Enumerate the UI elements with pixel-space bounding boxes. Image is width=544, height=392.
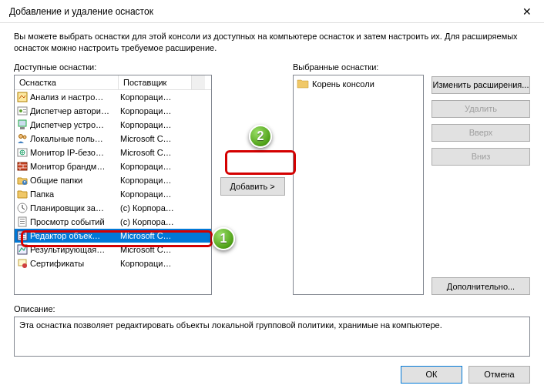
svg-rect-21 [23, 233, 25, 235]
svg-rect-17 [20, 221, 25, 222]
titlebar: Добавление и удаление оснасток ✕ [0, 0, 544, 23]
selected-label: Выбранные оснастки: [293, 62, 424, 72]
list-item[interactable]: Редактор объек…Microsoft C… [15, 229, 211, 243]
available-label: Доступные оснастки: [14, 62, 212, 72]
up-button[interactable]: Вверх [432, 124, 530, 142]
add-button[interactable]: Добавить > [220, 177, 285, 196]
list-item[interactable]: Результирующая…Microsoft C… [15, 243, 211, 256]
svg-rect-3 [23, 109, 26, 110]
list-item[interactable]: Общие папкиКорпораци… [15, 173, 211, 187]
list-item-name-cell: Анализ и настро… [15, 91, 119, 103]
list-item-name-cell: Общие папки [15, 174, 119, 186]
col-header-name[interactable]: Оснастка [15, 75, 119, 89]
close-button[interactable]: ✕ [509, 0, 544, 23]
svg-rect-16 [20, 219, 25, 219]
list-item[interactable]: СертификатыКорпораци… [15, 256, 211, 270]
list-item[interactable]: Монитор IP-безо…Microsoft C… [15, 146, 211, 159]
list-item-vendor-cell: Корпораци… [119, 176, 192, 185]
list-item-vendor-cell: Корпораци… [119, 259, 192, 268]
svg-rect-5 [18, 120, 26, 126]
list-item-name-cell: Результирующая… [15, 243, 119, 256]
svg-rect-24 [18, 245, 27, 254]
list-item[interactable]: Локальные поль…Microsoft C… [15, 132, 211, 146]
remove-button[interactable]: Удалить [432, 100, 530, 118]
col-header-vendor[interactable]: Поставщик [119, 75, 192, 89]
intro-text: Вы можете выбрать оснастки для этой конс… [14, 31, 530, 55]
footer: ОК Отмена [0, 357, 544, 392]
scrollbar[interactable] [192, 75, 205, 89]
svg-point-8 [23, 136, 26, 139]
middle-panel: Добавить > [212, 62, 293, 295]
edit-extensions-button[interactable]: Изменить расширения... [432, 76, 530, 94]
svg-rect-4 [23, 112, 26, 112]
close-icon: ✕ [522, 5, 532, 18]
callout-2: 2 [249, 125, 272, 148]
main-row: Доступные оснастки: Оснастка Поставщик А… [14, 62, 530, 295]
svg-rect-0 [18, 92, 27, 102]
svg-rect-18 [20, 223, 25, 224]
folder-icon [297, 78, 309, 90]
description-section: Описание: Эта оснастка позволяет редакти… [14, 304, 530, 357]
svg-rect-11 [18, 162, 27, 170]
svg-point-2 [19, 109, 22, 112]
advanced-button[interactable]: Дополнительно... [432, 277, 530, 295]
available-listview[interactable]: Оснастка Поставщик Анализ и настро…Корпо… [14, 75, 212, 295]
list-item[interactable]: Планировщик за…(с) Корпора… [15, 201, 211, 215]
svg-point-13 [24, 181, 25, 183]
list-item-vendor-cell: Корпораци… [119, 92, 192, 102]
list-item-vendor-cell: Microsoft C… [119, 148, 192, 157]
right-panel: Выбранные оснастки: Корень консоли Измен… [293, 62, 530, 295]
description-box: Эта оснастка позволяет редактировать объ… [14, 317, 530, 357]
svg-rect-6 [20, 127, 25, 129]
list-item[interactable]: Диспетчер устро…Корпораци… [15, 118, 211, 132]
list-item-vendor-cell: Корпораци… [119, 120, 192, 129]
list-item-name-cell: Редактор объек… [15, 230, 119, 242]
list-item[interactable]: Монитор брандм…Корпораци… [15, 159, 211, 173]
list-item-vendor-cell: Microsoft C… [119, 134, 192, 143]
svg-point-7 [19, 134, 23, 138]
list-item-name-cell: Сертификаты [15, 257, 119, 270]
list-item-vendor-cell: (с) Корпора… [119, 203, 192, 213]
list-item[interactable]: Диспетчер автори…Корпораци… [15, 104, 211, 118]
list-item-name-cell: Папка [15, 188, 119, 200]
list-item-vendor-cell: Корпораци… [119, 106, 192, 116]
list-item-name-cell: Диспетчер автори… [15, 105, 119, 117]
cancel-button[interactable]: Отмена [468, 366, 530, 384]
content-area: Вы можете выбрать оснастки для этой конс… [0, 23, 544, 357]
list-item-vendor-cell: Microsoft C… [119, 231, 192, 240]
list-item-vendor-cell: Корпораци… [119, 162, 192, 171]
list-item[interactable]: ПапкаКорпораци… [15, 187, 211, 201]
selected-panel: Выбранные оснастки: Корень консоли [293, 62, 424, 295]
ok-button[interactable]: ОК [401, 366, 462, 384]
list-item-name-cell: Монитор брандм… [15, 160, 119, 173]
dialog-window: Добавление и удаление оснасток ✕ Вы може… [0, 0, 544, 392]
list-item-name-cell: Планировщик за… [15, 202, 119, 214]
list-item-name-cell: Локальные поль… [15, 132, 119, 145]
list-item[interactable]: Анализ и настро…Корпораци… [15, 90, 211, 104]
list-item-vendor-cell: (с) Корпора… [119, 217, 192, 226]
description-label: Описание: [14, 304, 530, 313]
list-item-name-cell: Диспетчер устро… [15, 119, 119, 131]
listview-header: Оснастка Поставщик [15, 75, 211, 90]
callout-1: 1 [212, 227, 235, 250]
list-item-vendor-cell: Microsoft C… [119, 245, 192, 254]
svg-rect-19 [18, 231, 27, 240]
selected-treeview[interactable]: Корень консоли [293, 75, 424, 295]
tree-root-label: Корень консоли [312, 79, 374, 89]
svg-rect-20 [19, 233, 22, 235]
list-item[interactable]: Просмотр событий(с) Корпора… [15, 215, 211, 229]
list-item-name-cell: Монитор IP-безо… [15, 146, 119, 159]
list-item-name-cell: Просмотр событий [15, 216, 119, 228]
svg-rect-22 [19, 236, 25, 237]
tree-root-item[interactable]: Корень консоли [295, 77, 421, 91]
window-title: Добавление и удаление оснасток [9, 6, 509, 17]
available-panel: Доступные оснастки: Оснастка Поставщик А… [14, 62, 212, 295]
list-item-vendor-cell: Корпораци… [119, 189, 192, 199]
down-button[interactable]: Вниз [432, 148, 530, 166]
side-buttons-panel: Изменить расширения... Удалить Вверх Вни… [432, 62, 530, 295]
svg-rect-23 [19, 238, 25, 239]
